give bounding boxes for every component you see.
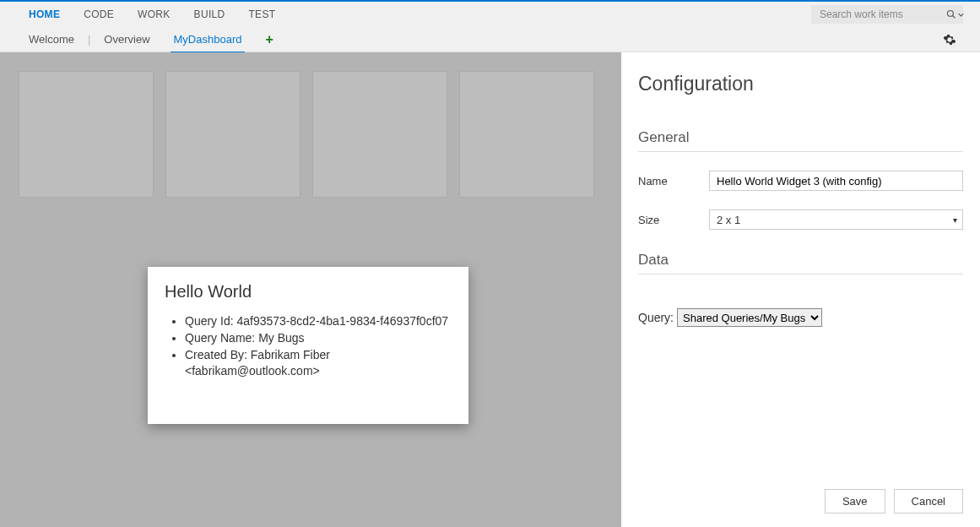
subnav-overview[interactable]: Overview [92, 27, 161, 52]
widget-title: Hello World [165, 282, 452, 302]
tile-placeholder[interactable] [19, 71, 154, 198]
size-select[interactable]: 2 x 1 ▾ [709, 209, 963, 230]
config-title: Configuration [638, 73, 963, 95]
tile-row [19, 71, 603, 198]
hello-world-widget[interactable]: Hello World Query Id: 4af93573-8cd2-4ba1… [148, 267, 468, 424]
name-label: Name [638, 175, 709, 187]
name-row: Name [638, 171, 963, 191]
main-area: Hello World Query Id: 4af93573-8cd2-4ba1… [0, 52, 980, 527]
widget-list-item: Created By: Fabrikam Fiber <fabrikam@out… [185, 347, 452, 378]
size-value: 2 x 1 [717, 214, 740, 226]
search-box[interactable] [811, 5, 963, 24]
cancel-button[interactable]: Cancel [894, 489, 963, 513]
tile-placeholder[interactable] [459, 71, 594, 198]
section-general-header: General [638, 129, 963, 152]
size-label: Size [638, 214, 709, 226]
subnav-divider: | [86, 33, 92, 46]
chevron-down-icon: ▾ [953, 215, 957, 225]
svg-point-0 [948, 11, 954, 17]
size-row: Size 2 x 1 ▾ [638, 209, 963, 230]
nav-test[interactable]: TEST [236, 8, 287, 20]
configuration-panel: Configuration General Name Size 2 x 1 ▾ … [621, 52, 980, 527]
nav-primary: HOME CODE WORK BUILD TEST [0, 2, 980, 27]
widget-list-item: Query Id: 4af93573-8cd2-4ba1-9834-f46937… [185, 313, 452, 329]
search-input[interactable] [820, 8, 946, 20]
section-data-header: Data [638, 252, 963, 274]
subnav-welcome[interactable]: Welcome [17, 27, 86, 52]
add-dashboard-button[interactable]: + [253, 32, 284, 47]
svg-line-1 [953, 16, 956, 19]
widget-list-item: Query Name: My Bugs [185, 330, 452, 345]
query-row: Query: Shared Queries/My Bugs [638, 308, 963, 327]
nav-code[interactable]: CODE [72, 8, 126, 20]
search-icon[interactable] [946, 9, 964, 19]
tile-placeholder[interactable] [165, 71, 300, 198]
widget-list: Query Id: 4af93573-8cd2-4ba1-9834-f46937… [165, 313, 452, 378]
subnav-mydashboard[interactable]: MyDashboard [162, 27, 254, 52]
save-button[interactable]: Save [825, 489, 885, 513]
dashboard-canvas: Hello World Query Id: 4af93573-8cd2-4ba1… [0, 52, 621, 527]
query-label: Query: [638, 311, 674, 324]
nav-secondary: Welcome | Overview MyDashboard + [0, 27, 980, 52]
gear-icon [943, 33, 956, 46]
button-row: Save Cancel [638, 489, 963, 513]
settings-button[interactable] [936, 33, 963, 46]
nav-home[interactable]: HOME [17, 8, 72, 20]
nav-build[interactable]: BUILD [182, 8, 237, 20]
nav-work[interactable]: WORK [126, 8, 182, 20]
query-select[interactable]: Shared Queries/My Bugs [677, 308, 822, 327]
chevron-down-icon [958, 12, 964, 18]
tile-placeholder[interactable] [312, 71, 447, 198]
name-input[interactable] [709, 171, 963, 191]
